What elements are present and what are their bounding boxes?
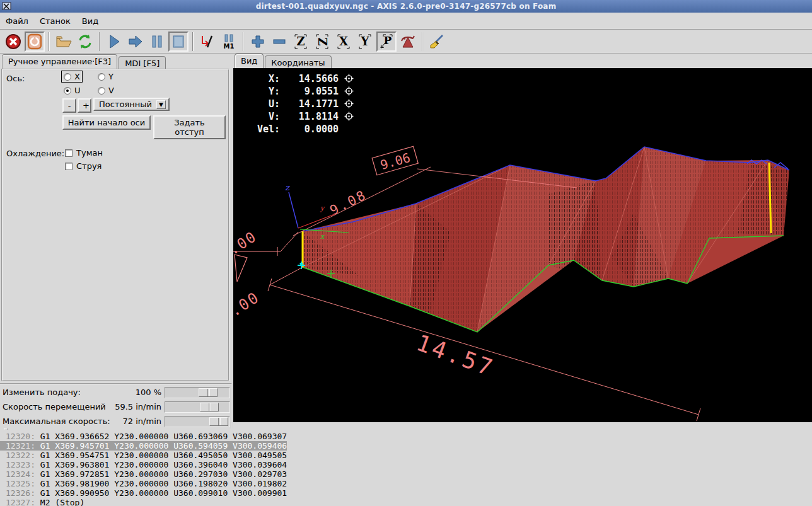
view-perspective-button[interactable]: P [376, 32, 397, 52]
view-x-button[interactable]: X [334, 32, 354, 52]
gcode-line[interactable]: 12322: G1 X369.954751 Y230.000000 U360.4… [0, 451, 812, 460]
dimension-left-bottom-label: 0.00 [233, 289, 262, 326]
tab-mdi[interactable]: MDI [F5] [119, 56, 166, 69]
checkbox-indicator [65, 149, 72, 157]
optional-pause-m1-icon: M1 [221, 33, 237, 50]
axis-radio-y[interactable]: Y [96, 71, 115, 82]
run-button[interactable] [104, 32, 124, 52]
jog-plus-button[interactable]: + [78, 98, 91, 113]
gcode-line[interactable]: 12327: M2 (Stop) [0, 498, 812, 506]
feed-override-label: Изменить подачу: [3, 388, 81, 397]
reload-button[interactable] [75, 32, 95, 52]
stop-button[interactable] [168, 32, 188, 52]
jog-speed-value: 59.5 in/min [115, 402, 161, 411]
view-y-icon: Y [357, 33, 373, 50]
open-folder-icon [55, 33, 72, 50]
jog-speed-slider[interactable] [165, 401, 230, 413]
view-z-rotated-button[interactable]: Z [312, 32, 332, 52]
gcode-line-active[interactable]: 12321: G1 X369.945701 Y230.000000 U360.5… [0, 441, 812, 451]
jog-minus-button[interactable]: - [62, 98, 76, 113]
axis-radio-x[interactable]: X [62, 71, 82, 82]
radio-indicator [98, 73, 105, 81]
max-velocity-value: 72 in/min [123, 417, 161, 426]
clear-plot-button[interactable] [427, 32, 447, 52]
gcode-line[interactable]: 12323: G1 X369.963801 Y230.000000 U360.3… [0, 460, 812, 469]
svg-text:X: X [339, 35, 348, 48]
view-panel: Вид Координаты [233, 54, 812, 422]
slider-handle[interactable] [209, 417, 228, 426]
homed-icon [344, 74, 356, 86]
rotate-view-icon [400, 33, 416, 50]
slider-handle[interactable] [199, 388, 218, 397]
skip-lines-icon [199, 33, 216, 50]
open-file-button[interactable] [54, 32, 74, 52]
axis-y-label: y [320, 204, 325, 212]
jog-mode-dropdown[interactable]: Постоянный ▼ [93, 98, 170, 111]
view-y-button[interactable]: Y [355, 32, 375, 52]
skip-lines-button[interactable] [197, 32, 218, 52]
gcode-line[interactable]: 12324: G1 X369.972851 Y230.000000 U360.2… [0, 469, 812, 479]
run-icon [106, 33, 122, 50]
rotate-view-button[interactable] [398, 32, 418, 52]
title-bar[interactable]: dirtest-001.quadxyuv.ngc - AXIS 2.6.0-pr… [0, 0, 812, 13]
tab-preview[interactable]: Вид [235, 54, 264, 68]
clear-plot-broom-icon [429, 33, 445, 50]
zoom-in-button[interactable] [248, 32, 268, 52]
toolbar-separator [243, 32, 244, 51]
pause-button[interactable] [147, 32, 167, 52]
svg-text:P: P [384, 34, 392, 47]
view-z-icon: Z [293, 33, 309, 50]
override-sliders: Изменить подачу: 100 % Скорость перемеще… [0, 383, 232, 428]
zoom-out-button[interactable] [269, 32, 289, 52]
svg-text:M1: M1 [224, 43, 235, 50]
set-offset-button[interactable]: Задать отступ [153, 115, 226, 139]
axis-z-label: z [285, 183, 290, 192]
optional-pause-button[interactable]: M1 [219, 32, 239, 52]
homed-icon [344, 112, 356, 124]
position-readout: X: 14.5666 Y: 9.0551 U: 14.1771 [242, 73, 356, 135]
max-velocity-label: Максимальная скорость: [3, 417, 110, 426]
svg-text:Y: Y [361, 35, 370, 48]
machine-power-button[interactable] [25, 32, 45, 52]
gcode-line[interactable]: 12325: G1 X369.981900 Y230.000000 U360.1… [0, 479, 812, 488]
reload-icon [77, 33, 93, 50]
view-x-icon: X [335, 33, 352, 50]
zoom-out-icon [271, 33, 287, 50]
feed-override-value: 100 % [136, 388, 161, 397]
view-perspective-icon: P [378, 33, 395, 50]
max-velocity-slider[interactable] [165, 416, 230, 427]
slider-handle[interactable] [200, 403, 219, 411]
axis-radio-v[interactable]: V [96, 85, 116, 96]
chevron-down-icon: ▼ [156, 100, 166, 109]
foam-surface [303, 147, 789, 332]
dimension-diagonal-label: 9.08 [327, 187, 369, 219]
dimension-bottom-label: 14.57 [413, 330, 498, 381]
svg-text:Z: Z [296, 35, 304, 48]
coolant-mist-checkbox[interactable]: Туман [65, 148, 103, 158]
backplot-canvas[interactable]: 9.08 9.06 14.57 2.00 0.00 [233, 68, 812, 422]
menu-view[interactable]: Вид [76, 14, 104, 28]
machine-power-icon [26, 33, 43, 50]
step-button[interactable] [125, 32, 146, 52]
readout-row-y: Y: 9.0551 [242, 86, 356, 98]
coolant-flood-checkbox[interactable]: Струя [65, 161, 102, 171]
feed-override-slider[interactable] [165, 387, 230, 398]
menu-machine[interactable]: Станок [34, 14, 76, 28]
gcode-listing[interactable]: 12320: G1 X369.936652 Y230.000000 U360.6… [0, 430, 812, 506]
gcode-line[interactable]: 12326: G1 X369.990950 Y230.000000 U360.0… [0, 488, 812, 498]
axis-radio-u[interactable]: U [62, 85, 83, 96]
toolbar: M1 Z Z X Y [0, 30, 812, 54]
toolbar-separator [192, 32, 194, 51]
menu-file[interactable]: Файл [0, 14, 34, 28]
stop-icon [170, 33, 187, 50]
tab-manual-control[interactable]: Ручное управление·[F3] [2, 54, 117, 69]
gcode-line[interactable]: 12320: G1 X369.936652 Y230.000000 U360.6… [0, 432, 812, 441]
dimension-left-top-label: 2.00 [233, 228, 260, 263]
checkbox-indicator [65, 163, 72, 170]
step-icon [127, 33, 144, 50]
tab-dro[interactable]: Координаты [265, 55, 331, 68]
view-z-button[interactable]: Z [291, 32, 311, 52]
estop-button[interactable] [3, 32, 23, 52]
svg-text:Z: Z [316, 37, 329, 45]
home-axis-button[interactable]: Найти начало оси [62, 115, 151, 130]
